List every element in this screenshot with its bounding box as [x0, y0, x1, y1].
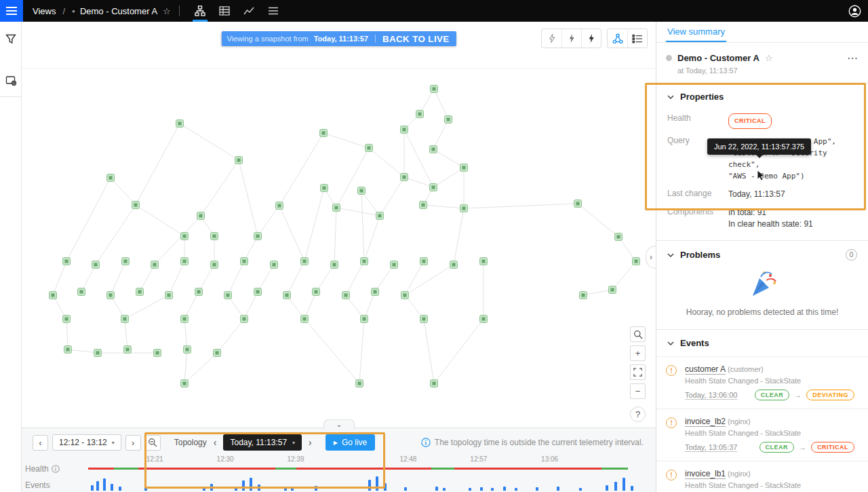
problems-section-header[interactable]: Problems 0	[656, 241, 868, 269]
topology-node[interactable]	[580, 292, 587, 299]
breadcrumb-view-name[interactable]: Demo - Customer A	[80, 6, 157, 16]
filter-button[interactable]	[0, 27, 22, 50]
topology-node[interactable]	[301, 316, 309, 323]
breadcrumb-views[interactable]: Views	[33, 6, 56, 16]
topology-node[interactable]	[211, 233, 218, 240]
topology-node[interactable]	[430, 184, 437, 191]
collapse-timeline-tab[interactable]: ⌄	[323, 419, 355, 429]
topology-node[interactable]	[64, 346, 72, 354]
topology-node[interactable]	[633, 258, 640, 265]
topology-node[interactable]	[391, 261, 398, 269]
topology-node[interactable]	[94, 349, 102, 357]
topology-node[interactable]	[181, 380, 189, 387]
topology-node[interactable]	[356, 380, 363, 387]
topology-node[interactable]	[609, 286, 616, 294]
topology-node[interactable]	[176, 120, 184, 128]
bolt-filled-button[interactable]	[581, 29, 601, 48]
topology-node[interactable]	[78, 288, 85, 296]
topology-node[interactable]	[376, 212, 384, 220]
zoom-in-button[interactable]: +	[630, 345, 646, 361]
topology-node[interactable]	[301, 258, 309, 265]
event-component-link[interactable]: invoice_lb2	[685, 417, 726, 427]
topology-node[interactable]	[450, 261, 458, 269]
table-mode-button[interactable]	[212, 0, 237, 22]
time-range-dropdown[interactable]: 12:12 - 13:12 ▾	[52, 434, 121, 451]
topology-node[interactable]	[197, 212, 205, 220]
event-component-link[interactable]: invoice_lb1	[685, 469, 726, 479]
topology-node[interactable]	[271, 261, 278, 269]
events-mode-button[interactable]	[261, 0, 285, 22]
topology-node[interactable]	[211, 261, 218, 269]
topology-node[interactable]	[154, 349, 161, 357]
topology-node[interactable]	[401, 174, 408, 181]
topology-node[interactable]	[445, 116, 452, 124]
event-item[interactable]: !invoice_lb2 (nginx)Health State Changed…	[656, 409, 868, 461]
topology-node[interactable]	[420, 316, 428, 323]
topology-node[interactable]	[254, 233, 262, 240]
user-avatar-button[interactable]	[848, 5, 861, 18]
topology-node[interactable]	[124, 346, 132, 354]
topology-node[interactable]	[366, 145, 373, 152]
bolt-outline-button[interactable]	[542, 29, 561, 48]
topology-node[interactable]	[151, 261, 159, 269]
tab-view-summary[interactable]: View summary	[666, 22, 726, 42]
topology-node[interactable]	[283, 292, 291, 299]
topology-node[interactable]	[122, 258, 130, 265]
go-live-button[interactable]: ▶ Go live	[326, 434, 376, 451]
fit-to-screen-button[interactable]	[630, 364, 646, 380]
topology-node[interactable]	[136, 288, 144, 296]
back-to-live-button[interactable]: BACK TO LIVE	[376, 34, 456, 44]
topology-node[interactable]	[165, 292, 173, 299]
topology-node[interactable]	[63, 258, 71, 265]
topology-node[interactable]	[320, 130, 328, 137]
topology-node[interactable]	[420, 202, 427, 209]
hamburger-menu-button[interactable]	[0, 0, 23, 22]
topology-node[interactable]	[214, 349, 221, 357]
topology-node[interactable]	[460, 205, 468, 212]
topology-node[interactable]	[121, 316, 129, 323]
topology-node[interactable]	[361, 316, 368, 323]
topology-time-next-button[interactable]: ›	[306, 437, 315, 448]
view-settings-button[interactable]	[0, 69, 22, 92]
topology-node[interactable]	[276, 202, 283, 210]
topology-node[interactable]	[184, 346, 191, 354]
topology-mode-button[interactable]	[188, 0, 212, 22]
topology-node[interactable]	[195, 288, 203, 296]
topology-node[interactable]	[181, 233, 189, 240]
topology-node[interactable]	[431, 380, 438, 387]
view-menu-button[interactable]: ⋯	[847, 52, 859, 64]
topology-node[interactable]	[331, 261, 338, 269]
topology-node[interactable]	[358, 187, 366, 195]
topology-node[interactable]	[107, 292, 115, 299]
topology-node[interactable]	[50, 292, 57, 299]
topology-node[interactable]	[313, 288, 320, 296]
topology-node[interactable]	[420, 258, 428, 265]
favorite-star-icon[interactable]: ☆	[163, 6, 171, 16]
event-timestamp-link[interactable]: Today, 13:06:00	[685, 391, 737, 400]
metrics-mode-button[interactable]	[237, 0, 261, 22]
topology-node[interactable]	[241, 258, 248, 265]
topology-node[interactable]	[333, 204, 340, 212]
range-next-button[interactable]: ›	[125, 435, 141, 451]
topology-node[interactable]	[342, 292, 350, 299]
health-timeline[interactable]	[88, 468, 648, 470]
topology-node[interactable]	[132, 202, 140, 209]
properties-section-header[interactable]: Properties	[656, 83, 868, 110]
event-item[interactable]: !invoice_lb1 (nginx)Health State Changed…	[656, 461, 868, 492]
events-histogram[interactable]	[88, 472, 648, 491]
topology-node[interactable]	[181, 316, 189, 323]
event-item[interactable]: !customer A (customer)Health State Chang…	[656, 356, 868, 409]
topology-time-dropdown[interactable]: Today, 11:13:57 ▾	[223, 434, 302, 451]
topology-node[interactable]	[401, 292, 409, 299]
topology-node[interactable]	[574, 200, 582, 208]
topology-node[interactable]	[401, 126, 408, 134]
topology-view-button[interactable]	[608, 29, 627, 48]
topology-node[interactable]	[181, 258, 189, 265]
topology-node[interactable]	[224, 292, 232, 299]
topology-node[interactable]	[235, 157, 243, 164]
topology-node[interactable]	[480, 258, 488, 265]
help-button[interactable]: ?	[630, 406, 646, 422]
topology-node[interactable]	[431, 86, 438, 93]
events-section-header[interactable]: Events	[656, 330, 868, 356]
topology-time-prev-button[interactable]: ‹	[211, 437, 220, 448]
